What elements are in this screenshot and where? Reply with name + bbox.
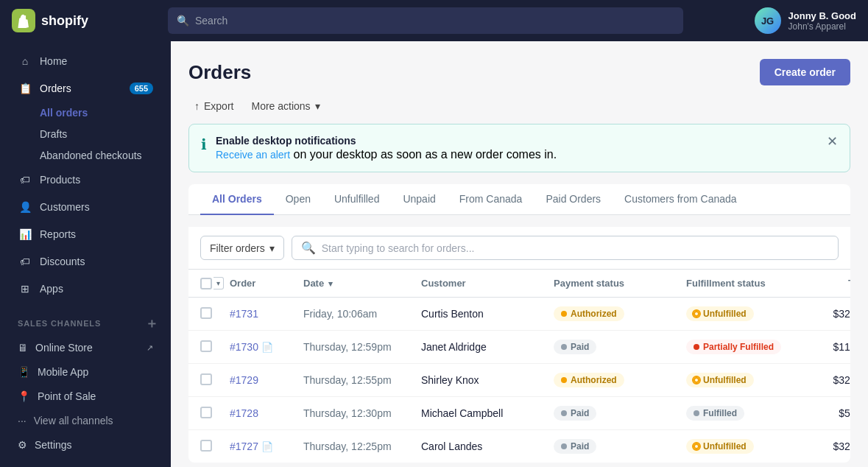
table-row: #1729 Thursday, 12:55pm Shirley Knox Aut… (188, 364, 850, 397)
orders-table: ▾ Order Date ▾ Customer Payment status F… (188, 270, 850, 463)
more-actions-button[interactable]: More actions ▾ (245, 97, 325, 115)
row-checkbox[interactable] (200, 307, 212, 319)
badge-dot (694, 410, 699, 416)
customer-cell: Carol Landes (421, 440, 554, 452)
banner-close-button[interactable]: ✕ (827, 135, 838, 148)
order-link[interactable]: #1728 (230, 407, 258, 419)
sort-icon: ▾ (328, 279, 333, 288)
banner-body-text: on your desktop as soon as a new order c… (290, 148, 557, 161)
sidebar-item-label: Products (40, 174, 153, 186)
header-checkbox-group[interactable]: ▾ (200, 277, 230, 289)
fulfillment-status-badge: Partially Fulfilled (686, 340, 781, 354)
table-row: #1727 📄 Thursday, 12:25pm Carol Landes P… (188, 430, 850, 463)
channel-label: Mobile App (38, 366, 88, 378)
col-header-customer: Customer (421, 278, 554, 289)
order-id-cell: #1728 (230, 407, 303, 419)
row-checkbox[interactable] (200, 407, 212, 418)
user-name: Jonny B. Good (788, 10, 856, 21)
total-cell: $329.00 (804, 374, 850, 386)
order-id-cell: #1730 📄 (230, 341, 303, 353)
order-link[interactable]: #1729 (230, 374, 258, 386)
row-checkbox-cell[interactable] (200, 440, 230, 454)
sidebar-item-pos[interactable]: 📍 Point of Sale (6, 385, 165, 408)
sidebar-item-reports[interactable]: 📊 Reports (6, 221, 165, 247)
filter-orders-button[interactable]: Filter orders ▾ (200, 236, 284, 260)
badge-dot (561, 443, 567, 449)
add-sales-channel-icon[interactable]: ＋ (145, 315, 159, 332)
row-checkbox-cell[interactable] (200, 373, 230, 387)
orders-icon: 📋 (18, 81, 32, 96)
row-checkbox[interactable] (200, 440, 212, 452)
row-checkbox[interactable] (200, 340, 212, 352)
tab-customers-canada[interactable]: Customers from Canada (613, 184, 749, 215)
order-link[interactable]: #1730 (230, 341, 258, 353)
date-cell: Friday, 10:06am (303, 308, 421, 320)
tab-from-canada[interactable]: From Canada (448, 184, 534, 215)
toolbar: ↑ Export More actions ▾ (188, 97, 850, 115)
total-cell: $329.00 (804, 440, 850, 452)
global-search[interactable]: 🔍 (168, 7, 683, 34)
select-all-checkbox[interactable] (200, 278, 212, 289)
sidebar-item-settings[interactable]: ⚙ Settings (6, 433, 165, 457)
sidebar-item-all-orders[interactable]: All orders (6, 102, 165, 123)
external-link-icon[interactable]: ↗ (147, 343, 153, 353)
ellipsis-icon: ··· (18, 415, 27, 426)
sidebar-item-customers[interactable]: 👤 Customers (6, 194, 165, 220)
page-header: Orders Create order (188, 59, 850, 85)
row-checkbox-cell[interactable] (200, 340, 230, 354)
fulfillment-status-cell: Unfulfilled (686, 373, 804, 387)
user-area[interactable]: JG Jonny B. Good John's Apparel (755, 7, 856, 34)
tab-open[interactable]: Open (274, 184, 322, 215)
total-cell: $52.00 (804, 407, 850, 419)
fulfillment-status-cell: Fulfilled (686, 406, 804, 421)
payment-status-cell: Authorized (554, 306, 686, 321)
sidebar-item-home[interactable]: ⌂ Home (6, 48, 165, 74)
logo[interactable]: shopify (12, 9, 159, 32)
order-search-input[interactable] (322, 242, 829, 254)
col-header-date[interactable]: Date ▾ (303, 278, 421, 289)
view-all-channels[interactable]: ··· View all channels (6, 409, 165, 432)
sidebar-item-label: Apps (40, 283, 153, 295)
order-search-bar[interactable]: 🔍 (292, 236, 839, 260)
sidebar-item-orders[interactable]: 📋 Orders 655 (6, 75, 165, 102)
payment-status-cell: Authorized (554, 373, 686, 387)
payment-status-badge: Paid (554, 406, 596, 421)
tab-all-orders[interactable]: All Orders (200, 184, 274, 215)
date-cell: Thursday, 12:30pm (303, 407, 421, 419)
fulfillment-status-cell: Partially Fulfilled (686, 340, 804, 354)
row-checkbox-cell[interactable] (200, 407, 230, 421)
order-link[interactable]: #1727 (230, 440, 258, 452)
banner-link[interactable]: Receive an alert (216, 149, 290, 161)
sidebar-item-label: Orders (40, 82, 122, 94)
badge-dot (694, 311, 699, 317)
order-link[interactable]: #1731 (230, 308, 258, 320)
sidebar-item-apps[interactable]: ⊞ Apps (6, 275, 165, 302)
online-store-icon: 🖥 (18, 342, 28, 354)
sidebar-item-mobile-app[interactable]: 📱 Mobile App (6, 360, 165, 384)
customer-cell: Michael Campbell (421, 407, 554, 419)
select-all-caret[interactable]: ▾ (214, 277, 224, 289)
sidebar-item-abandoned[interactable]: Abandoned checkouts (6, 145, 165, 166)
tab-paid-orders[interactable]: Paid Orders (534, 184, 613, 215)
export-button[interactable]: ↑ Export (188, 97, 239, 115)
filter-row: Filter orders ▾ 🔍 (188, 227, 850, 270)
sidebar-item-discounts[interactable]: 🏷 Discounts (6, 248, 165, 275)
chevron-down-icon: ▾ (269, 242, 275, 254)
badge-dot (561, 377, 567, 383)
row-checkbox[interactable] (200, 373, 212, 385)
date-cell: Thursday, 12:25pm (303, 440, 421, 452)
create-order-button[interactable]: Create order (760, 59, 850, 85)
tab-unpaid[interactable]: Unpaid (391, 184, 447, 215)
row-checkbox-cell[interactable] (200, 307, 230, 321)
sidebar-item-online-store[interactable]: 🖥 Online Store ↗ (6, 336, 165, 359)
customer-cell: Janet Aldridge (421, 341, 554, 353)
payment-status-badge: Paid (554, 340, 596, 354)
search-input[interactable] (195, 15, 674, 27)
table-body: #1731 Friday, 10:06am Curtis Benton Auth… (188, 298, 850, 463)
apps-icon: ⊞ (18, 281, 32, 296)
mobile-app-icon: 📱 (18, 366, 30, 378)
fulfillment-status-badge: Unfulfilled (686, 306, 754, 321)
sidebar-item-products[interactable]: 🏷 Products (6, 166, 165, 193)
tab-unfulfilled[interactable]: Unfulfilled (322, 184, 391, 215)
sidebar-item-drafts[interactable]: Drafts (6, 124, 165, 144)
